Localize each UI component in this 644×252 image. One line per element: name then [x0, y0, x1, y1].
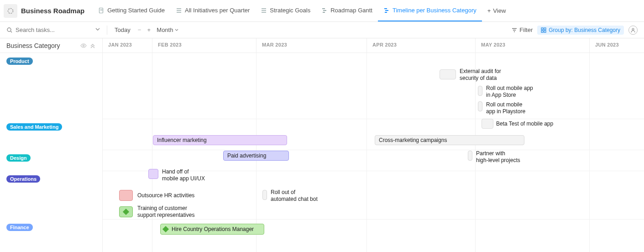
group-row[interactable]: Sales and Marketing: [0, 119, 102, 150]
months-header: JAN 2023FEB 2023MAR 2023APR 2023MAY 2023…: [103, 38, 644, 53]
tab-strategic-goals[interactable]: Strategic Goals: [255, 0, 316, 21]
task-label: Beta Test of mobile app: [496, 121, 553, 127]
group-row[interactable]: Operations: [0, 171, 102, 219]
timeline-grid[interactable]: JAN 2023FEB 2023MAR 2023APR 2023MAY 2023…: [103, 38, 644, 252]
add-view-button[interactable]: + View: [482, 0, 512, 21]
groupby-label: Group by: Business Category: [549, 27, 620, 33]
task-block[interactable]: [148, 169, 158, 179]
eye-icon[interactable]: [80, 42, 87, 49]
svg-point-25: [632, 28, 634, 30]
task-block[interactable]: [440, 69, 456, 79]
task-bar[interactable]: Paid advertising: [223, 151, 289, 161]
svg-rect-14: [385, 10, 388, 11]
search-icon: [6, 27, 13, 33]
list-icon: [261, 7, 267, 14]
doc-icon: [98, 7, 105, 14]
group-tag: Operations: [6, 175, 40, 183]
group-tag: Design: [6, 154, 31, 162]
plus-icon: +: [487, 7, 491, 14]
task-label: Roll out ofautomated chat bot: [271, 189, 318, 203]
month-header: MAY 2023: [475, 38, 589, 52]
group-row[interactable]: Design: [0, 150, 102, 171]
svg-rect-13: [384, 8, 387, 9]
tab-getting-started[interactable]: Getting Started Guide: [93, 0, 170, 21]
filter-button[interactable]: Filter: [512, 26, 533, 33]
svg-point-0: [8, 8, 13, 13]
task-label: Outsource HR activities: [137, 192, 194, 199]
group-row[interactable]: Product: [0, 53, 102, 119]
tab-roadmap-gantt[interactable]: Roadmap Gantt: [316, 0, 378, 21]
tabs: Getting Started Guide All Initiatives pe…: [93, 0, 511, 21]
group-row[interactable]: Finance: [0, 219, 102, 240]
task-label: Partner withhigh-level projects: [476, 150, 520, 164]
svg-rect-12: [323, 12, 325, 13]
tab-label: Getting Started Guide: [107, 7, 165, 14]
group-column: Business Category ProductSales and Marke…: [0, 38, 103, 252]
task-bar[interactable]: Hire Country Operations Manager: [160, 224, 264, 235]
toolbar-right: Filter Group by: Business Category: [512, 26, 638, 35]
minus-icon[interactable]: −: [138, 26, 141, 33]
scale-select[interactable]: Month: [157, 26, 178, 33]
profile-button[interactable]: [628, 26, 638, 35]
task-handle[interactable]: [262, 190, 267, 200]
month-header: JAN 2023: [103, 38, 152, 52]
plus-icon[interactable]: +: [146, 26, 152, 33]
gantt-icon: [321, 7, 328, 14]
svg-point-16: [7, 28, 11, 31]
task-handle[interactable]: [478, 101, 482, 111]
group-icon: [541, 27, 546, 33]
group-tag: Product: [6, 58, 33, 65]
group-tag: Finance: [6, 224, 33, 231]
tab-label: Roadmap Gantt: [330, 7, 372, 14]
task-block[interactable]: [119, 206, 133, 217]
svg-rect-10: [322, 8, 325, 9]
chevron-down-icon: [95, 26, 100, 32]
tab-label: All Initiatives per Quarter: [185, 7, 250, 14]
svg-line-17: [10, 31, 12, 32]
add-view-label: View: [493, 7, 506, 14]
filter-label: Filter: [519, 26, 533, 33]
tab-label: Strategic Goals: [270, 7, 310, 14]
page-icon[interactable]: [4, 4, 17, 18]
group-header-label: Business Category: [6, 42, 60, 49]
filter-icon: [512, 27, 517, 33]
scale-label: Month: [157, 26, 173, 33]
timeline-area: Business Category ProductSales and Marke…: [0, 38, 644, 252]
month-header: FEB 2023: [152, 38, 256, 52]
svg-rect-15: [385, 12, 387, 13]
gantt-icon: [383, 7, 390, 14]
task-block[interactable]: [482, 119, 493, 129]
today-button[interactable]: Today: [112, 26, 133, 34]
task-handle[interactable]: [468, 151, 472, 161]
top-bar: Business Roadmap Getting Started Guide A…: [0, 0, 644, 22]
toolbar: Today − + Month Filter Group by: Busines…: [0, 22, 644, 38]
task-block[interactable]: [119, 190, 133, 201]
month-header: MAR 2023: [256, 38, 367, 52]
month-header: APR 2023: [367, 38, 475, 52]
groupby-chip[interactable]: Group by: Business Category: [537, 26, 624, 35]
task-label: Roll out mobileapp in Playstore: [486, 101, 525, 115]
tab-all-initiatives[interactable]: All Initiatives per Quarter: [170, 0, 255, 21]
search-dropdown[interactable]: [93, 26, 102, 34]
chevron-up-icon[interactable]: [89, 42, 96, 49]
chevron-down-icon: [175, 28, 178, 32]
tab-timeline-category[interactable]: Timeline per Business Category: [378, 0, 482, 21]
divider: [107, 26, 107, 35]
search-wrap: [6, 26, 89, 33]
svg-rect-23: [541, 31, 543, 32]
svg-rect-11: [323, 10, 326, 11]
task-bar[interactable]: Influencer marketing: [153, 135, 287, 145]
group-header: Business Category: [0, 38, 102, 53]
task-handle[interactable]: [478, 86, 482, 96]
svg-rect-24: [544, 31, 546, 32]
group-tag: Sales and Marketing: [6, 123, 62, 131]
task-label: Hand off ofmobile app UI/UX: [162, 168, 205, 182]
task-label: Training of customersupport representati…: [137, 205, 194, 219]
person-icon: [630, 27, 636, 33]
tab-label: Timeline per Business Category: [393, 7, 476, 14]
search-input[interactable]: [16, 26, 70, 33]
task-bar[interactable]: Cross-marketing campaigns: [375, 135, 524, 145]
month-header: JUN 2023: [589, 38, 643, 52]
page-title: Business Roadmap: [21, 7, 84, 15]
task-label: Roll out mobile appin App Store: [486, 85, 533, 99]
